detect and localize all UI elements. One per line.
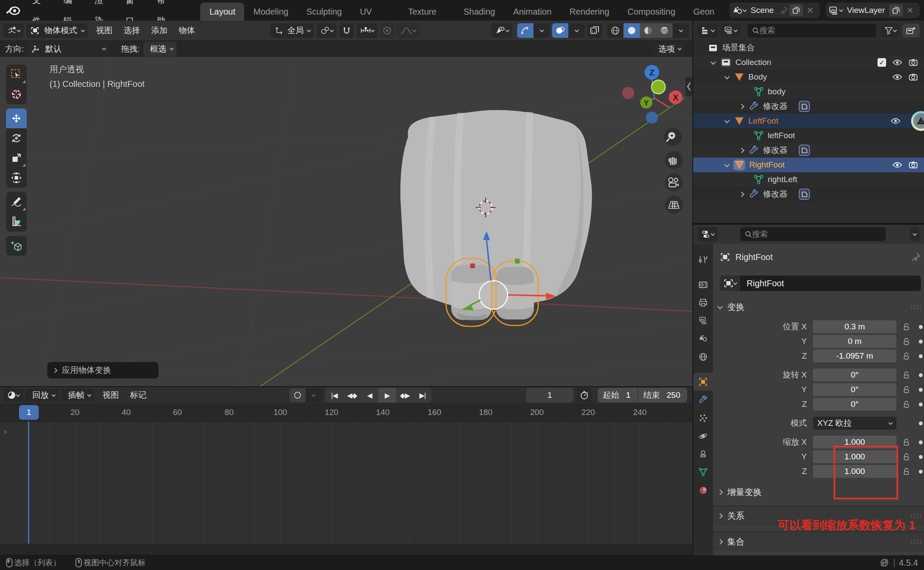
- row-rightfoot-object[interactable]: RightFoot: [693, 158, 924, 172]
- tool-select-box[interactable]: [6, 65, 27, 84]
- tool-options-dropdown[interactable]: 选项: [651, 42, 685, 56]
- collections-panel[interactable]: 集合: [713, 531, 924, 551]
- properties-search-input[interactable]: [752, 230, 817, 239]
- current-frame-indicator[interactable]: 1: [19, 405, 39, 420]
- sidebar-collapse-tab[interactable]: [685, 77, 692, 96]
- viewlayer-selector[interactable]: ViewLayer ✕: [826, 3, 920, 18]
- play-reverse-button[interactable]: ◀: [361, 388, 378, 403]
- animate-dot[interactable]: [919, 354, 923, 358]
- new-collection-button[interactable]: [902, 24, 920, 37]
- bevel-modifier-icon[interactable]: [799, 145, 810, 156]
- lock-icon[interactable]: [900, 401, 913, 408]
- axis-negz-ball[interactable]: [646, 112, 658, 124]
- object-name-field[interactable]: RightFoot: [720, 276, 921, 291]
- outliner-filter-button[interactable]: [881, 24, 900, 37]
- gizmo-settings-dropdown[interactable]: [533, 23, 550, 38]
- keying-menu[interactable]: 插帧: [61, 389, 94, 402]
- pin-icon[interactable]: [778, 6, 789, 15]
- new-viewlayer-button[interactable]: [889, 4, 903, 16]
- remove-viewlayer-icon[interactable]: ✕: [903, 5, 917, 15]
- timeline-scrollbar-area[interactable]: [0, 544, 692, 555]
- outliner-filter-collection[interactable]: [720, 24, 741, 37]
- expand-chevron[interactable]: [724, 161, 730, 167]
- axis-negy-ball[interactable]: [651, 80, 665, 94]
- menu-object[interactable]: 物体: [173, 25, 201, 36]
- animate-dot[interactable]: [919, 340, 923, 344]
- xray-toggle[interactable]: [587, 23, 602, 38]
- autokey-record-button[interactable]: [289, 388, 306, 402]
- new-scene-button[interactable]: [789, 4, 803, 16]
- bevel-modifier-icon[interactable]: [799, 189, 810, 200]
- location-x-field[interactable]: 0.3 m: [813, 320, 896, 333]
- animate-dot[interactable]: [919, 421, 923, 425]
- jump-to-start-button[interactable]: |◀: [326, 388, 343, 403]
- tab-shading[interactable]: Shading: [454, 3, 504, 21]
- show-overlays-toggle[interactable]: [552, 23, 568, 38]
- timeline-view-menu[interactable]: 视图: [97, 390, 124, 401]
- proportional-falloff-selector[interactable]: [397, 23, 419, 38]
- timeline-expand-arrow[interactable]: [2, 430, 6, 434]
- tab-uv-editing[interactable]: UV Editing: [351, 3, 399, 21]
- lock-icon[interactable]: [900, 468, 913, 475]
- play-button[interactable]: ▶: [378, 388, 396, 403]
- tab-sculpting[interactable]: Sculpting: [298, 3, 351, 21]
- playhead-line[interactable]: [28, 421, 29, 555]
- animate-dot[interactable]: [919, 455, 923, 459]
- lock-icon[interactable]: [900, 338, 913, 345]
- timeline-track[interactable]: 20 40 60 80 100 120 140 160 180 200 220 …: [0, 403, 692, 555]
- editor-type-button[interactable]: [3, 23, 24, 38]
- tab-object[interactable]: [693, 373, 713, 391]
- zoom-button[interactable]: [664, 128, 682, 146]
- tab-compositing[interactable]: Compositing: [618, 3, 684, 21]
- menu-add[interactable]: 添加: [146, 25, 173, 36]
- outliner-display-mode[interactable]: [698, 24, 718, 37]
- jump-to-end-button[interactable]: ▶|: [414, 388, 431, 403]
- pin-icon[interactable]: [911, 252, 921, 262]
- scene-selector[interactable]: Scene ✕: [729, 3, 820, 18]
- row-scene-collection[interactable]: 场景集合: [693, 40, 924, 55]
- start-frame-value[interactable]: 1: [624, 390, 638, 400]
- row-body-mesh[interactable]: body: [693, 84, 924, 99]
- snap-toggle[interactable]: [339, 23, 354, 38]
- animate-dot[interactable]: [919, 403, 923, 406]
- row-rightfoot-modifiers[interactable]: 修改器: [693, 187, 924, 201]
- blender-logo-icon[interactable]: [6, 4, 21, 17]
- use-preview-range-toggle[interactable]: [577, 388, 592, 403]
- location-z-field[interactable]: -1.0957 m: [813, 350, 896, 362]
- show-gizmo-toggle[interactable]: [517, 23, 533, 38]
- shading-solid-button[interactable]: [623, 23, 640, 38]
- tab-world[interactable]: [693, 348, 713, 366]
- tab-material[interactable]: [693, 481, 713, 499]
- camera-icon[interactable]: [908, 161, 918, 169]
- properties-options-dropdown[interactable]: [910, 227, 920, 241]
- panel-drag-dots[interactable]: [910, 539, 921, 544]
- row-body-object[interactable]: Body: [693, 70, 924, 84]
- end-frame-value[interactable]: 250: [665, 390, 687, 400]
- mode-selector[interactable]: 物体模式: [26, 23, 88, 38]
- drag-orientation-selector[interactable]: 默认: [27, 42, 109, 56]
- collapsed-chevron[interactable]: [739, 148, 744, 153]
- menu-view[interactable]: 视图: [90, 25, 118, 36]
- properties-editor-type-button[interactable]: [698, 227, 718, 242]
- object-name-value[interactable]: RightFoot: [741, 279, 784, 288]
- tool-cursor[interactable]: [6, 84, 27, 104]
- animate-dot[interactable]: [919, 325, 923, 329]
- tool-add-cube[interactable]: [6, 236, 27, 256]
- tool-annotate[interactable]: [6, 192, 27, 212]
- camera-view-button[interactable]: [665, 173, 683, 192]
- tool-measure[interactable]: [6, 212, 27, 232]
- lock-icon[interactable]: [900, 372, 913, 379]
- tab-geometry-nodes[interactable]: Geon: [684, 3, 723, 21]
- eye-icon[interactable]: [892, 59, 902, 66]
- bevel-modifier-icon[interactable]: [799, 101, 810, 112]
- object-id-selector[interactable]: [720, 276, 741, 291]
- outliner-search-input[interactable]: [760, 26, 824, 35]
- prev-keyframe-button[interactable]: ◀◆: [343, 388, 361, 403]
- tab-object-data[interactable]: [693, 463, 713, 481]
- current-frame-field[interactable]: 1: [526, 388, 574, 403]
- timeline-marker-menu[interactable]: 标记: [124, 390, 152, 401]
- tab-rendering[interactable]: Rendering: [561, 3, 618, 21]
- next-keyframe-button[interactable]: ◆▶: [396, 388, 414, 403]
- animate-dot[interactable]: [919, 373, 923, 377]
- rotation-y-field[interactable]: 0°: [813, 383, 896, 396]
